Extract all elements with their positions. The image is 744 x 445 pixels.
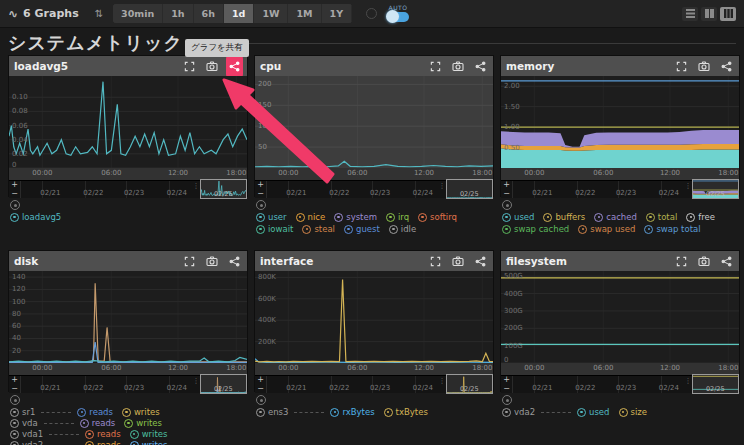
zoom-out-button[interactable]: − [501,385,512,394]
interface-snapshot-button[interactable] [450,251,466,272]
legend-item-size[interactable]: size [619,407,647,417]
plot-area-filesystem[interactable]: 500G400G300G200G100G0 [501,271,739,363]
zoom-out-button[interactable]: − [255,385,266,394]
legend-item-idle[interactable]: idle [389,224,416,234]
navigator-track[interactable]: 02/2102/2202/2302/24⋮02/25 [513,376,739,393]
legend-collapse-icon[interactable] [10,395,20,405]
navigator-track[interactable]: 02/2102/2202/2302/24⋮02/25 [513,181,739,198]
zoom-out-button[interactable]: − [501,190,512,199]
time-range-1d[interactable]: 1d [224,4,254,23]
legend-collapse-icon[interactable] [256,200,266,210]
navigator-selected-window[interactable]: 02/25 [692,374,739,394]
legend-item-reads[interactable]: reads [80,418,116,428]
legend-device-ens3[interactable]: ens3 [256,407,288,417]
plot-area-interface[interactable]: 800K600K400K200K [255,271,493,363]
legend-device-vda2[interactable]: vda2 [10,440,43,445]
legend-item-loadavg5[interactable]: loadavg5 [10,212,61,222]
legend-device-vda[interactable]: vda [10,418,38,428]
navigator-selected-window[interactable]: 02/25 [446,179,493,199]
time-range-30min[interactable]: 30min [113,4,163,23]
disk-snapshot-button[interactable] [204,251,220,272]
navigator-window-handle[interactable]: ⋮ [193,183,200,190]
navigator-selected-window[interactable]: 02/25 [200,374,247,394]
legend-item-txBytes[interactable]: txBytes [384,407,428,417]
plot-area-cpu[interactable]: 20015010050 [255,76,493,168]
navigator-track[interactable]: 02/2102/2202/2302/24⋮02/25 [21,181,247,198]
plot-area-loadavg5[interactable]: 0.100.080.060.040.020 [9,76,247,168]
legend-item-softirq[interactable]: softirq [418,212,457,222]
time-range-1h[interactable]: 1h [163,4,193,23]
legend-item-free[interactable]: free [686,212,715,222]
legend-item-writes[interactable]: writes [130,429,168,439]
legend-item-reads[interactable]: reads [85,429,121,439]
filesystem-expand-button[interactable] [674,251,689,272]
navigator-window-handle[interactable]: ⋮ [685,183,692,190]
memory-expand-button[interactable] [674,56,689,77]
cpu-snapshot-button[interactable] [450,56,466,77]
time-range-1M[interactable]: 1M [288,4,321,23]
legend-item-total[interactable]: total [646,212,677,222]
three-column-layout-button[interactable] [720,7,736,21]
loadavg5-snapshot-button[interactable] [204,56,220,77]
plot-area-disk[interactable]: 14012010080604020 [9,271,247,363]
legend-item-swap-cached[interactable]: swap cached [502,224,569,234]
legend-collapse-icon[interactable] [256,395,266,405]
legend-device-vda2[interactable]: vda2 [502,407,535,417]
legend-item-used[interactable]: used [502,212,534,222]
memory-snapshot-button[interactable] [696,56,712,77]
loadavg5-share-button[interactable] [227,56,242,77]
legend-collapse-icon[interactable] [502,395,512,405]
cpu-expand-button[interactable] [428,56,443,77]
legend-item-irq[interactable]: irq [386,212,409,222]
time-range-1Y[interactable]: 1Y [322,4,353,23]
navigator-track[interactable]: 02/2102/2202/2302/24⋮02/25 [267,181,493,198]
legend-item-reads[interactable]: reads [85,440,121,445]
legend-item-buffers[interactable]: buffers [543,212,585,222]
navigator-window-handle[interactable]: ⋮ [439,183,446,190]
disk-share-button[interactable] [227,251,242,272]
legend-item-cached[interactable]: cached [594,212,637,222]
zoom-out-button[interactable]: − [9,385,20,394]
two-column-layout-button[interactable] [701,7,717,21]
clock-icon[interactable] [366,8,377,19]
time-range-1W[interactable]: 1W [254,4,288,23]
legend-item-writes[interactable]: writes [124,418,162,428]
legend-item-nice[interactable]: nice [296,212,326,222]
memory-share-button[interactable] [719,56,734,77]
navigator-selected-window[interactable]: 02/25 [200,179,247,199]
interface-share-button[interactable] [473,251,488,272]
loadavg5-expand-button[interactable] [182,56,197,77]
navigator-selected-window[interactable]: 02/25 [446,374,493,394]
navigator-window-handle[interactable]: ⋮ [193,378,200,385]
legend-item-writes[interactable]: writes [122,407,160,417]
navigator-track[interactable]: 02/2102/2202/2302/24⋮02/25 [267,376,493,393]
legend-item-writes[interactable]: writes [130,440,168,445]
navigator-window-handle[interactable]: ⋮ [439,378,446,385]
filesystem-share-button[interactable] [719,251,734,272]
legend-item-iowait[interactable]: iowait [256,224,293,234]
navigator-selected-window[interactable]: 02/25 [692,179,739,199]
legend-item-swap-total[interactable]: swap total [644,224,700,234]
legend-item-guest[interactable]: guest [344,224,380,234]
cpu-share-button[interactable] [473,56,488,77]
disk-expand-button[interactable] [182,251,197,272]
legend-item-steal[interactable]: steal [302,224,335,234]
time-range-6h[interactable]: 6h [194,4,224,23]
legend-item-used[interactable]: used [577,407,609,417]
legend-item-system[interactable]: system [334,212,377,222]
navigator-track[interactable]: 02/2102/2202/2302/24⋮02/25 [21,376,247,393]
legend-device-vda1[interactable]: vda1 [10,429,43,439]
navigator-window-handle[interactable]: ⋮ [685,378,692,385]
sort-toggle-icon[interactable]: ⇅ [95,8,103,19]
interface-expand-button[interactable] [428,251,443,272]
plot-area-memory[interactable]: 2.001.501.000.50 [501,76,739,168]
legend-item-reads[interactable]: reads [77,407,113,417]
zoom-out-button[interactable]: − [9,190,20,199]
legend-device-sr1[interactable]: sr1 [10,407,35,417]
filesystem-snapshot-button[interactable] [696,251,712,272]
legend-collapse-icon[interactable] [502,200,512,210]
legend-item-swap-used[interactable]: swap used [578,224,635,234]
legend-item-user[interactable]: user [256,212,287,222]
list-layout-button[interactable] [682,7,698,21]
legend-collapse-icon[interactable] [10,200,20,210]
